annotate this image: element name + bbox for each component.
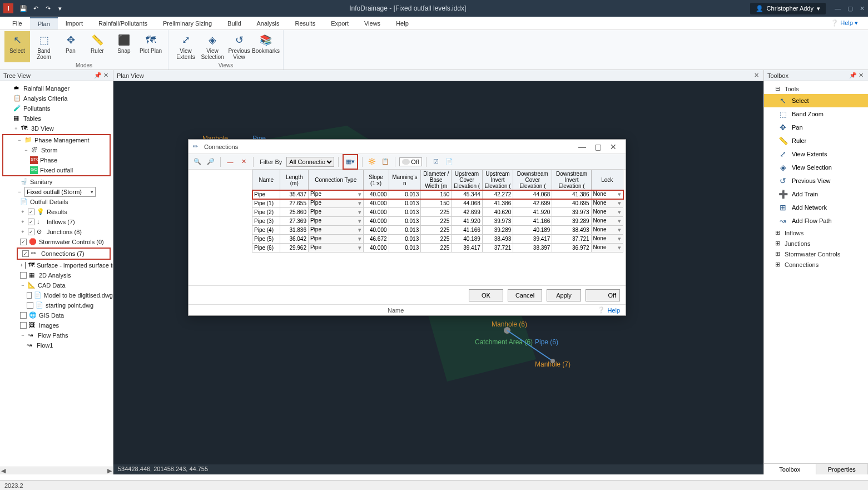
tool-view-extents[interactable]: ⤢View Extents [764, 147, 868, 161]
columns-icon[interactable]: ▦▾ [345, 156, 356, 167]
tree-storm[interactable]: −⛈Storm [3, 145, 110, 155]
close-toolbox-icon[interactable]: ✕ [857, 72, 865, 79]
minimize-icon[interactable]: — [835, 5, 841, 12]
tree-flow1[interactable]: ↝Flow1 [0, 340, 113, 350]
report-icon[interactable]: 📄 [444, 156, 455, 167]
menu-analysis[interactable]: Analysis [249, 18, 287, 29]
table-row[interactable]: Pipe35.437Pipe ▾40.0000.01315045.34442.2… [252, 190, 623, 199]
table-row[interactable]: Pipe (3)27.369Pipe ▾40.0000.01322541.920… [252, 217, 623, 226]
ok-button[interactable]: OK [469, 289, 503, 301]
table-row[interactable]: Pipe (4)31.836Pipe ▾40.0000.01322541.166… [252, 226, 623, 235]
tree-rainfall-manager[interactable]: 🌧Rainfall Manager [0, 83, 113, 93]
tool-previous-view[interactable]: ↺Previous View [764, 174, 868, 187]
ribbon-select[interactable]: ↖Select [4, 31, 30, 62]
find-icon[interactable]: 🔍 [192, 156, 203, 167]
menu-plan[interactable]: Plan [30, 17, 58, 29]
tree-2d-analysis[interactable]: ▦2D Analysis [0, 270, 113, 280]
dialog-help-link[interactable]: ❔Help [597, 306, 620, 314]
ribbon-plot-plan[interactable]: 🗺Plot Plan [138, 31, 163, 62]
copy-icon[interactable]: 📋 [380, 156, 391, 167]
close-plan-icon[interactable]: ✕ [752, 72, 760, 79]
col-ds-cover[interactable]: Downstream Cover Elevation ( [513, 170, 552, 190]
col-us-invert[interactable]: Upstream Invert Elevation ( [482, 170, 513, 190]
tree-phase-management[interactable]: −📁Phase Management [3, 135, 110, 145]
delete-icon[interactable]: ✕ [238, 156, 249, 167]
tree-analysis-criteria[interactable]: 📋Analysis Criteria [0, 93, 113, 103]
labels-toggle[interactable]: Off [399, 157, 421, 166]
table-row[interactable]: Pipe (1)27.655Pipe ▾40.0000.01315044.068… [252, 199, 623, 208]
dialog-titlebar[interactable]: ✏ Connections — ▢ ✕ [189, 140, 626, 154]
ribbon-bookmarks[interactable]: 📚Bookmarks [253, 31, 279, 62]
ribbon-view-selection[interactable]: ◈View Selection [200, 31, 225, 62]
dialog-minimize[interactable]: — [574, 142, 590, 151]
toolbox-cat-stormwater[interactable]: ⊞Stormwater Controls [764, 249, 868, 259]
tree-cad-starting[interactable]: 📄starting point.dwg [0, 300, 113, 310]
menu-file[interactable]: File [4, 18, 30, 29]
menu-views[interactable]: Views [356, 18, 388, 29]
tree-inflows[interactable]: +↓Inflows (7) [0, 217, 113, 227]
tree-cad-model[interactable]: 📄Model to be digitised.dwg [0, 290, 113, 300]
ribbon-snap[interactable]: ⬛Snap [111, 31, 137, 62]
menu-import[interactable]: Import [58, 18, 91, 29]
tree-3d-view[interactable]: +🗺3D View [0, 123, 113, 133]
toolbox-cat-junctions[interactable]: ⊞Junctions [764, 238, 868, 249]
undo-icon[interactable]: ↶ [30, 3, 41, 14]
tool-select[interactable]: ↖Select [764, 94, 868, 107]
toolbox-group-tools[interactable]: ⊟Tools [764, 83, 868, 94]
help-link[interactable]: ❔ Help ▾ [825, 17, 864, 29]
save-icon[interactable]: 💾 [18, 3, 29, 14]
remove-icon[interactable]: — [225, 156, 236, 167]
col-slope[interactable]: Slope (1:x) [363, 170, 389, 190]
tool-pan[interactable]: ✥Pan [764, 121, 868, 134]
col-diameter[interactable]: Diameter / Base Width (m [421, 170, 452, 190]
tree-pollutants[interactable]: 🧪Pollutants [0, 103, 113, 113]
tab-properties[interactable]: Properties [816, 464, 869, 474]
tool-view-selection[interactable]: ◈View Selection [764, 161, 868, 174]
col-ds-invert[interactable]: Downstream Invert Elevation ( [552, 170, 591, 190]
col-us-cover[interactable]: Upstream Cover Elevation ( [452, 170, 482, 190]
pin-icon[interactable]: 📌 [849, 72, 857, 79]
tree-junctions[interactable]: +⊙Junctions (8) [0, 227, 113, 237]
find-next-icon[interactable]: 🔎 [205, 156, 216, 167]
table-row[interactable]: Pipe (5)36.042Pipe ▾46.6720.01322540.189… [252, 235, 623, 244]
toolbox-cat-connections[interactable]: ⊞Connections [764, 259, 868, 270]
menu-help[interactable]: Help [388, 18, 416, 29]
cancel-button[interactable]: Cancel [508, 289, 542, 301]
tree-gis-data[interactable]: 🌐GIS Data [0, 310, 113, 320]
dialog-close[interactable]: ✕ [606, 142, 621, 151]
apply-button[interactable]: Apply [547, 289, 581, 301]
maximize-icon[interactable]: ▢ [847, 5, 853, 12]
tree-surface[interactable]: +🗺Surface - imported surface trimmed [0, 260, 113, 270]
tool-ruler[interactable]: 📏Ruler [764, 134, 868, 147]
tree-images[interactable]: 🖼Images [0, 320, 113, 330]
user-menu[interactable]: 👤 Christopher Addy ▾ [750, 3, 826, 14]
menu-results[interactable]: Results [287, 18, 323, 29]
tree-tables[interactable]: ▦Tables [0, 113, 113, 123]
filter-select[interactable]: All Connections [286, 157, 334, 167]
tree-cad-data[interactable]: −📐CAD Data [0, 280, 113, 290]
table-row[interactable]: Pipe (2)25.860Pipe ▾40.0000.01322542.699… [252, 208, 623, 217]
close-icon[interactable]: ✕ [860, 5, 865, 12]
ribbon-ruler[interactable]: 📏Ruler [85, 31, 110, 62]
validate-icon[interactable]: ☑ [430, 156, 442, 167]
off-button[interactable]: Off [586, 289, 620, 301]
ribbon-band-zoom[interactable]: ⬚Band Zoom [31, 31, 57, 62]
tree-results[interactable]: +💡Results [0, 207, 113, 217]
menu-export[interactable]: Export [323, 18, 356, 29]
menu-build[interactable]: Build [220, 18, 249, 29]
col-mannings[interactable]: Manning's n [389, 170, 421, 190]
qat-more-icon[interactable]: ▾ [54, 3, 66, 14]
tool-add-train[interactable]: ➕Add Train [764, 187, 868, 201]
tree-sanitary[interactable]: 🚽Sanitary [0, 177, 113, 187]
menu-rainfall[interactable]: Rainfall/Pollutants [91, 18, 155, 29]
ribbon-pan[interactable]: ✥Pan [58, 31, 83, 62]
tree-phase[interactable]: STOPPhase [3, 155, 110, 165]
table-row[interactable]: Pipe (6)29.962Pipe ▾40.0000.01322539.417… [252, 244, 623, 253]
tree-fixed-outfall[interactable]: GOFixed outfall [3, 165, 110, 175]
tab-toolbox[interactable]: Toolbox [764, 464, 816, 474]
col-name[interactable]: Name [252, 170, 280, 190]
tree-body[interactable]: 🌧Rainfall Manager 📋Analysis Criteria 🧪Po… [0, 81, 113, 467]
ribbon-previous-view[interactable]: ↺Previous View [226, 31, 252, 62]
tree-scrollbar[interactable]: ◀▶ [0, 467, 113, 474]
tree-stormwater-controls[interactable]: 🛑Stormwater Controls (0) [0, 237, 113, 247]
